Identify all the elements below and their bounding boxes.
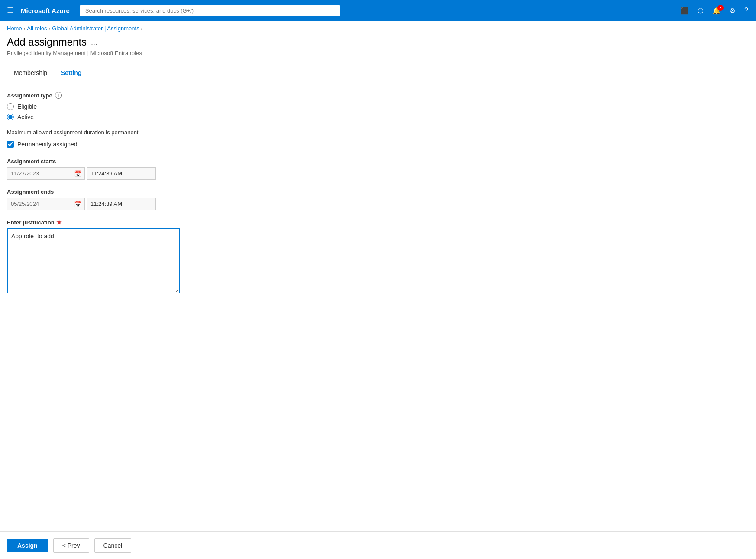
breadcrumb-global-admin[interactable]: Global Administrator | Assignments [52,25,139,32]
notification-badge: 3 [717,5,724,11]
page-subtitle: Privileged Identity Management | Microso… [7,50,749,56]
assignment-starts-row: 📅 [7,167,749,180]
active-radio[interactable] [7,114,14,120]
active-radio-item[interactable]: Active [7,114,749,120]
feedback-button[interactable]: ⬡ [695,5,706,16]
justification-group: Enter justification ★ App role to add [7,219,749,295]
starts-date-input[interactable] [7,167,85,180]
assignment-starts-group: Assignment starts 📅 [7,158,749,180]
justification-label: Enter justification ★ [7,219,749,226]
help-button[interactable]: ? [742,5,751,16]
main-content: Add assignments ... Privileged Identity … [0,36,756,338]
ends-date-wrapper: 📅 [7,198,85,210]
top-navbar: ☰ Microsoft Azure ⬛ ⬡ 🔔 3 ⚙ ? [0,0,756,21]
assignment-ends-label: Assignment ends [7,188,749,195]
starts-time-input[interactable] [87,167,156,180]
permanently-assigned-checkbox[interactable] [7,141,14,148]
settings-button[interactable]: ⚙ [727,5,738,16]
tab-membership[interactable]: Membership [7,65,54,81]
max-duration-text: Maximum allowed assignment duration is p… [7,129,749,136]
hamburger-icon[interactable]: ☰ [5,4,16,17]
justification-textarea[interactable]: App role to add [7,228,180,293]
search-input[interactable] [80,5,340,16]
app-title: Microsoft Azure [21,7,70,14]
ends-date-input[interactable] [7,198,85,210]
assignment-type-label: Assignment type i [7,92,749,99]
page-header: Add assignments ... [7,36,749,48]
cloud-shell-button[interactable]: ⬛ [678,5,691,16]
eligible-radio[interactable] [7,103,14,110]
eligible-radio-item[interactable]: Eligible [7,103,749,110]
assignment-starts-label: Assignment starts [7,158,749,165]
tabs-container: Membership Setting [7,65,749,81]
breadcrumb: Home › All roles › Global Administrator … [0,21,756,36]
notifications-button[interactable]: 🔔 3 [710,5,724,16]
breadcrumb-home[interactable]: Home [7,25,22,32]
starts-date-wrapper: 📅 [7,167,85,180]
assignment-type-radio-group: Eligible Active [7,103,749,120]
active-label: Active [17,114,34,120]
breadcrumb-sep-3: › [141,26,143,31]
eligible-label: Eligible [17,103,37,110]
assignment-type-info-icon[interactable]: i [55,92,62,99]
search-bar[interactable] [80,5,340,16]
breadcrumb-sep-1: › [24,26,26,31]
page-title: Add assignments [7,36,87,48]
breadcrumb-all-roles[interactable]: All roles [27,25,47,32]
permanently-assigned-label: Permanently assigned [17,141,78,148]
required-star: ★ [56,219,62,226]
permanently-assigned-checkbox-item[interactable]: Permanently assigned [7,141,749,148]
more-options-icon[interactable]: ... [91,38,97,47]
assignment-ends-group: Assignment ends 📅 [7,188,749,210]
ends-time-input[interactable] [87,198,156,210]
breadcrumb-sep-2: › [49,26,51,31]
nav-icons: ⬛ ⬡ 🔔 3 ⚙ ? [678,5,751,16]
tab-setting[interactable]: Setting [54,65,88,81]
assignment-ends-row: 📅 [7,198,749,210]
